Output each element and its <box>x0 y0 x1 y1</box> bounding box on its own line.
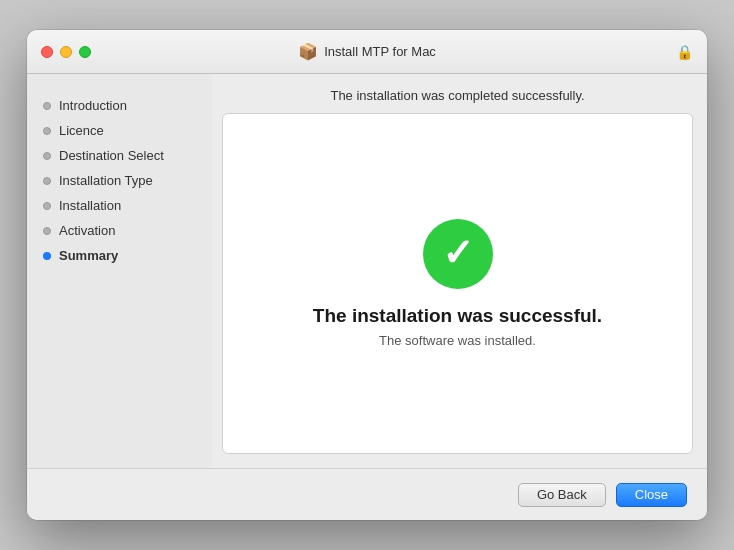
traffic-lights <box>41 46 91 58</box>
success-icon-circle: ✓ <box>423 219 493 289</box>
sidebar-item-summary[interactable]: Summary <box>27 244 212 267</box>
footer: Go Back Close <box>27 468 707 520</box>
sidebar-item-installation-type[interactable]: Installation Type <box>27 169 212 192</box>
maximize-window-button[interactable] <box>79 46 91 58</box>
sidebar-item-licence[interactable]: Licence <box>27 119 212 142</box>
close-window-button[interactable] <box>41 46 53 58</box>
sidebar-item-destination-select[interactable]: Destination Select <box>27 144 212 167</box>
app-icon: 📦 <box>298 42 318 61</box>
lock-icon: 🔒 <box>676 44 693 60</box>
sidebar-item-licence-label: Licence <box>59 123 104 138</box>
success-panel: ✓ The installation was successful. The s… <box>222 113 693 454</box>
window-title: 📦 Install MTP for Mac <box>298 42 436 61</box>
minimize-window-button[interactable] <box>60 46 72 58</box>
sidebar-item-installation-type-label: Installation Type <box>59 173 153 188</box>
success-subtitle: The software was installed. <box>379 333 536 348</box>
sidebar-dot-introduction <box>43 102 51 110</box>
sidebar-dot-summary <box>43 252 51 260</box>
sidebar-item-summary-label: Summary <box>59 248 118 263</box>
sidebar-item-introduction-label: Introduction <box>59 98 127 113</box>
sidebar-dot-installation-type <box>43 177 51 185</box>
title-bar: 📦 Install MTP for Mac 🔒 <box>27 30 707 74</box>
sidebar: Introduction Licence Destination Select … <box>27 74 212 468</box>
success-title: The installation was successful. <box>313 305 602 327</box>
sidebar-item-installation[interactable]: Installation <box>27 194 212 217</box>
go-back-button[interactable]: Go Back <box>518 483 606 507</box>
main-content: Introduction Licence Destination Select … <box>27 74 707 468</box>
window-title-text: Install MTP for Mac <box>324 44 436 59</box>
sidebar-item-destination-label: Destination Select <box>59 148 164 163</box>
main-window: 📦 Install MTP for Mac 🔒 Introduction Lic… <box>27 30 707 520</box>
sidebar-item-activation-label: Activation <box>59 223 115 238</box>
sidebar-dot-activation <box>43 227 51 235</box>
sidebar-item-activation[interactable]: Activation <box>27 219 212 242</box>
top-message: The installation was completed successfu… <box>222 88 693 103</box>
content-area: The installation was completed successfu… <box>212 74 707 468</box>
sidebar-item-installation-label: Installation <box>59 198 121 213</box>
sidebar-item-introduction[interactable]: Introduction <box>27 94 212 117</box>
close-button[interactable]: Close <box>616 483 687 507</box>
sidebar-dot-installation <box>43 202 51 210</box>
sidebar-dot-destination <box>43 152 51 160</box>
checkmark-icon: ✓ <box>442 234 474 272</box>
sidebar-dot-licence <box>43 127 51 135</box>
